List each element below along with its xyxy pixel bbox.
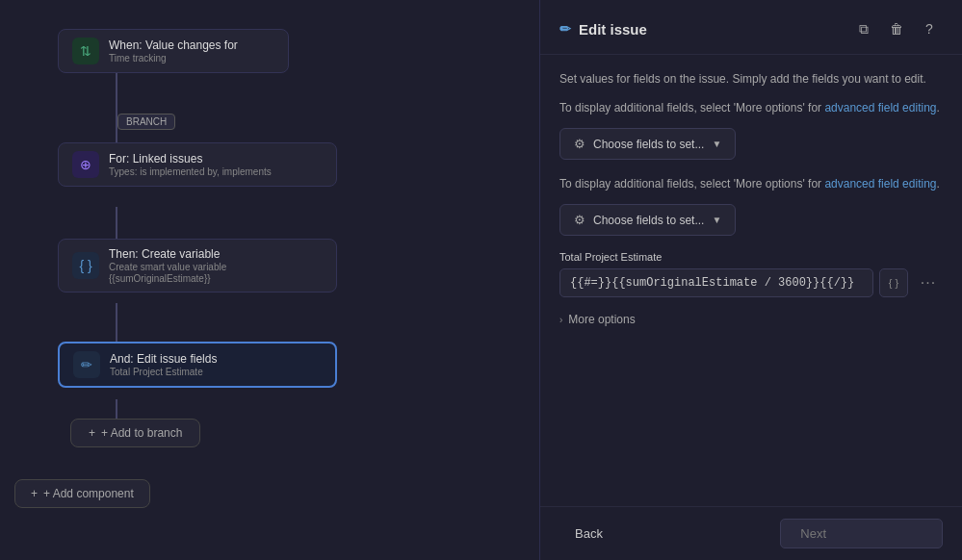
panel-footer: Back Next	[540, 506, 962, 560]
choose-fields-button-2[interactable]: ⚙ Choose fields to set... ▼	[559, 204, 736, 236]
template-icon-btn[interactable]: { }	[879, 268, 908, 297]
when-node[interactable]: ⇅ When: Value changes for Time tracking	[58, 29, 289, 73]
then-node-text: Then: Create variable Create smart value…	[109, 247, 226, 284]
copy-button[interactable]: ⧉	[850, 15, 877, 42]
and-node[interactable]: ✏ And: Edit issue fields Total Project E…	[58, 342, 337, 388]
more-actions-btn[interactable]: ···	[914, 268, 943, 297]
panel-desc-2: To display additional fields, select 'Mo…	[559, 99, 943, 116]
gear-icon-2: ⚙	[574, 213, 585, 227]
choose-fields-button-1[interactable]: ⚙ Choose fields to set... ▼	[559, 128, 736, 160]
field-label: Total Project Estimate	[559, 251, 943, 263]
chevron-down-icon-2: ▼	[712, 215, 721, 225]
back-button[interactable]: Back	[559, 521, 618, 547]
then-node-icon: { }	[72, 252, 99, 279]
and-node-icon: ✏	[73, 351, 100, 378]
edit-issue-panel: ✏ Edit issue ⧉ 🗑 ? Set values for fields…	[539, 0, 962, 560]
plus-icon-2: +	[31, 487, 38, 500]
connector-line-4	[116, 399, 117, 420]
connector-line-2	[116, 207, 117, 241]
plus-icon: +	[89, 426, 95, 440]
more-options-row[interactable]: › More options	[559, 309, 943, 330]
gear-icon-1: ⚙	[574, 137, 585, 151]
edit-icon: ✏	[559, 21, 571, 37]
connector-line-3	[116, 303, 117, 344]
chevron-down-icon-1: ▼	[712, 139, 721, 149]
panel-desc-3: To display additional fields, select 'Mo…	[559, 175, 943, 192]
field-input-row: { } ···	[559, 268, 943, 297]
delete-button[interactable]: 🗑	[883, 15, 910, 42]
branch-label: BRANCH	[117, 114, 175, 130]
advanced-field-link-2[interactable]: advanced field editing	[824, 177, 936, 191]
for-node-icon: ⊕	[72, 151, 99, 178]
chevron-right-icon: ›	[559, 315, 562, 325]
when-node-icon: ⇅	[72, 38, 99, 64]
for-node-text: For: Linked issues Types: is implemented…	[109, 152, 272, 177]
help-button[interactable]: ?	[916, 15, 943, 42]
next-button[interactable]: Next	[780, 519, 943, 548]
panel-title: ✏ Edit issue	[559, 21, 647, 38]
advanced-field-link-1[interactable]: advanced field editing	[824, 101, 936, 115]
panel-body: Set values for fields on the issue. Simp…	[540, 55, 962, 506]
and-node-text: And: Edit issue fields Total Project Est…	[110, 352, 217, 377]
add-component-button[interactable]: + + Add component	[14, 479, 150, 508]
panel-desc-1: Set values for fields on the issue. Simp…	[559, 70, 943, 88]
panel-header: ✏ Edit issue ⧉ 🗑 ?	[540, 0, 962, 55]
field-value-input[interactable]	[559, 268, 873, 297]
for-node[interactable]: ⊕ For: Linked issues Types: is implement…	[58, 142, 337, 187]
panel-actions: ⧉ 🗑 ?	[850, 15, 943, 42]
then-node[interactable]: { } Then: Create variable Create smart v…	[58, 239, 337, 293]
workflow-canvas: ⇅ When: Value changes for Time tracking …	[0, 0, 539, 560]
add-to-branch-button[interactable]: + + Add to branch	[70, 419, 200, 447]
when-node-text: When: Value changes for Time tracking	[109, 38, 238, 64]
